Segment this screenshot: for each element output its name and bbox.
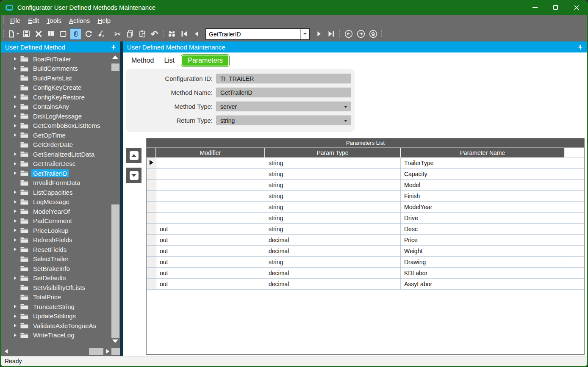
tree-item[interactable]: GetTrailerDesc [1,159,120,169]
tree-item[interactable]: GetSerializedListData [1,149,120,159]
expand-arrow-icon[interactable] [14,95,17,99]
save-button[interactable] [20,28,32,40]
table-row[interactable]: out decimal Weight [147,246,584,257]
tree-item[interactable]: SetDefaults [1,273,120,283]
row-selector[interactable] [147,235,156,245]
column-header-parameter-name[interactable]: Parameter Name [401,148,565,157]
row-selector[interactable] [147,268,156,278]
toolbar-grip-handle-4[interactable] [381,30,382,38]
toolbar-grip-handle-3[interactable] [339,30,340,38]
last-record-button[interactable] [325,28,337,40]
tree-item[interactable]: SelectTrailer [1,254,120,264]
return-type-dropdown[interactable]: string [216,116,351,125]
expand-arrow-icon[interactable] [14,219,17,223]
tree-item[interactable]: GetOrderDate [1,140,120,150]
menu-item[interactable]: File [6,16,24,25]
tree-item[interactable]: BuildComments [1,64,120,74]
expand-arrow-icon[interactable] [14,114,17,118]
expand-arrow-icon[interactable] [14,248,17,251]
menu-item[interactable]: Actions [65,16,94,25]
tree-item[interactable]: PriceLookup [1,226,120,235]
tree-scrollbar-track[interactable] [111,204,119,338]
method-type-dropdown[interactable]: server [216,102,351,111]
expand-arrow-icon[interactable] [14,315,17,318]
tree-scroll-left-button[interactable] [5,349,8,353]
next-record-button[interactable] [313,28,325,40]
table-row[interactable]: out string Drawing [147,257,584,268]
back-button[interactable] [342,28,355,40]
tree-item[interactable]: ModelYearOf [1,207,120,216]
tree-item[interactable]: SetBrakeInfo [1,264,120,273]
tree-item[interactable]: DiskLogMessage [1,111,120,121]
undo-button[interactable]: ↶ [148,28,161,40]
method-name-field[interactable]: GetTrailerID [216,88,351,97]
tree-scroll-down-button[interactable] [112,339,118,343]
row-selector[interactable] [147,201,156,212]
tree-item[interactable]: InValidFormData [1,178,120,188]
row-selector[interactable] [147,224,156,234]
expand-arrow-icon[interactable] [14,334,17,337]
expand-arrow-icon[interactable] [14,276,17,280]
tree-scrollbar-thumb[interactable] [111,63,119,71]
menu-item[interactable]: Help [94,16,114,25]
tree-item[interactable]: GetTrailerID [1,168,120,178]
cut-button[interactable]: ✂ [111,28,124,40]
table-row[interactable]: string Finish [147,190,584,201]
menu-item[interactable]: Edit [24,16,43,25]
expand-arrow-icon[interactable] [14,210,17,213]
menu-item[interactable]: Tools [43,16,65,25]
tree-item[interactable]: ValidateAxleTongueAs [1,321,120,331]
tree-item[interactable]: ContainsAny [1,102,120,112]
expand-arrow-icon[interactable] [14,124,17,127]
row-selector[interactable] [147,257,156,267]
record-selector-dropdown-button[interactable] [300,29,309,39]
toolbar-grip-handle[interactable] [3,30,4,38]
tab-method[interactable]: Method [128,55,158,66]
tree-item[interactable]: PadComment [1,216,120,226]
toolbar-grip-handle-2[interactable] [163,30,164,38]
row-selector[interactable] [147,246,156,256]
tree-item[interactable]: WriteTraceLog [1,331,120,340]
table-row[interactable]: string ModelYear [147,201,584,212]
expand-arrow-icon[interactable] [14,133,17,137]
tab-parameters[interactable]: Parameters [181,54,230,67]
refresh-button[interactable] [82,28,94,40]
tree-hscrollbar-thumb[interactable] [89,348,103,355]
expand-arrow-icon[interactable] [14,152,17,156]
tree-item[interactable]: GetOpTime [1,130,120,140]
browse-button[interactable] [44,28,57,40]
row-selector[interactable] [147,168,156,179]
expand-arrow-icon[interactable] [14,57,17,61]
home-button[interactable] [367,28,379,40]
table-row[interactable]: out string Desc [147,224,584,235]
tree-item[interactable]: UpdateSiblings [1,312,120,321]
table-row[interactable]: string Capacity [147,168,584,179]
column-header-modifier[interactable]: Modifier [156,148,265,157]
tree-scroll-up-button[interactable] [112,55,118,59]
tree-item[interactable]: GetComboBoxListItems [1,121,120,131]
previous-record-button[interactable] [190,28,202,40]
panel-splitter[interactable] [120,41,123,356]
expand-arrow-icon[interactable] [14,229,17,232]
tree-item[interactable]: BuildPartsList [1,73,120,83]
row-selector[interactable] [147,190,156,201]
tree-item[interactable]: RefreshFields [1,235,120,245]
configuration-id-field[interactable]: TI_TRAILER [216,74,351,83]
right-panel-pin-button[interactable] [578,44,583,50]
delete-button[interactable] [32,28,44,40]
tree-item[interactable]: SetVisibilityOfLists [1,283,120,292]
new-document-button[interactable] [6,28,20,40]
expand-arrow-icon[interactable] [14,171,17,175]
expand-arrow-icon[interactable] [14,190,17,194]
expand-arrow-icon[interactable] [14,105,17,108]
minimize-button[interactable] [524,0,545,15]
table-row[interactable]: out decimal Price [147,235,584,246]
maximize-button[interactable] [545,0,566,15]
tree-item[interactable]: ConfigKeyRestore [1,92,120,102]
expand-arrow-icon[interactable] [14,324,17,327]
first-record-button[interactable] [178,28,190,40]
tree-item[interactable]: ResetFields [1,245,120,254]
paste-button[interactable] [136,28,148,40]
table-row[interactable]: string Model [147,179,584,190]
table-row[interactable]: string TrailerType [147,157,584,168]
